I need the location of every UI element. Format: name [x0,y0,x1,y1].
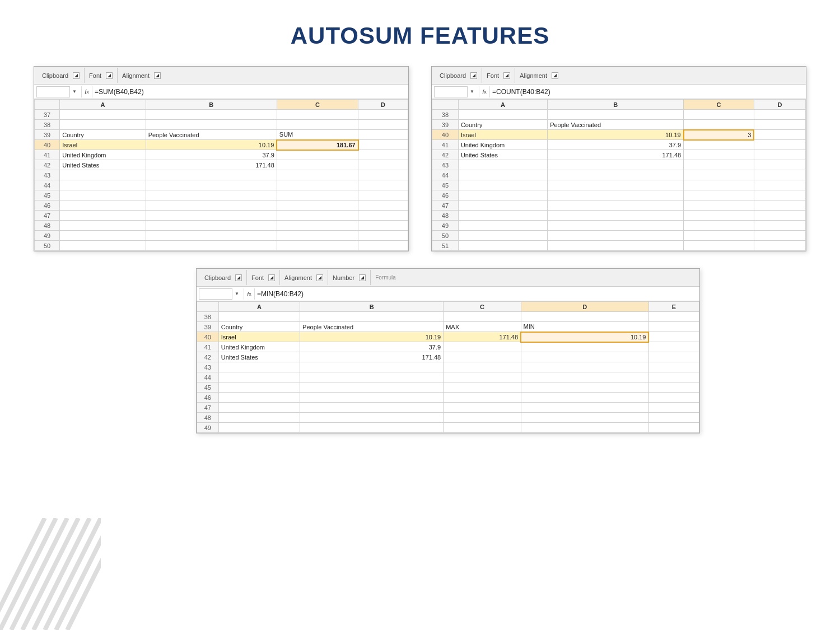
formula-text-p2: =COUNT(B40:B42) [492,88,804,96]
font-expand-p1[interactable]: ◢ [106,72,113,79]
ribbon-panel3: Clipboard ◢ Font ◢ Alignment ◢ Number ◢ [197,269,699,287]
table-row: 44 [432,170,806,180]
table-row: 37 [35,110,408,120]
col-header-C-p3[interactable]: C [444,302,521,312]
table-row-highlight: 40 Israel 10.19 171.48 10.19 [197,332,699,342]
table-row: 47 [197,403,699,413]
table-row: 47 [432,200,806,211]
bottom-row: Clipboard ◢ Font ◢ Alignment ◢ Number ◢ [62,268,834,433]
clipboard-label-p2: Clipboard [440,72,466,79]
alignment-group-p2: Alignment ◢ [515,68,563,83]
col-header-D-p2[interactable]: D [754,100,805,110]
alignment-expand-p2[interactable]: ◢ [552,72,558,79]
alignment-group-p1: Alignment ◢ [118,68,165,83]
table-row: 42 United States 171.48 [197,352,699,362]
alignment-expand-p3[interactable]: ◢ [316,274,323,281]
table-row-highlight: 40 Israel 10.19 3 [432,130,806,140]
grid-table-p1: A B C D 37 [34,99,408,251]
table-row: 49 [197,423,699,433]
table-row: 41 United Kingdom 37.9 [432,140,806,150]
alignment-group-p3: Alignment ◢ [280,270,328,285]
col-header-B-p1[interactable]: B [146,100,277,110]
ribbon-panel2: Clipboard ◢ Font ◢ Alignment ◢ [432,67,806,85]
number-expand-p3[interactable]: ◢ [359,274,366,281]
table-row: 43 [432,160,806,170]
grid-p2: A B C D 38 39 [432,99,806,251]
font-label-p3: Font [251,274,264,281]
table-row: 42 United States 171.48 [432,150,806,160]
page-title: AUTOSUM FEATURES [0,0,840,66]
font-expand-p2[interactable]: ◢ [503,72,510,79]
ribbon-panel1: Clipboard ◢ Font ◢ Alignment ◢ [34,67,408,85]
top-row: Clipboard ◢ Font ◢ Alignment ◢ C40 ▼ [34,66,806,251]
table-row: 51 [432,241,806,251]
col-header-D-p1[interactable]: D [358,100,408,110]
col-header-B-p2[interactable]: B [548,100,684,110]
table-row: 43 [197,362,699,372]
grid-table-p2: A B C D 38 39 [432,99,806,251]
table-row: 46 [35,200,408,211]
table-row: 47 [35,211,408,221]
table-row: 39 Country People Vaccinated [432,120,806,130]
font-label-p2: Font [487,72,499,79]
alignment-label-p2: Alignment [520,72,547,79]
col-header-E-p3[interactable]: E [648,302,699,312]
table-row: 42 United States 171.48 [35,160,408,170]
formula-text-p1: =SUM(B40,B42) [95,88,406,96]
table-row: 49 [35,231,408,241]
table-row: 38 [432,110,806,120]
font-expand-p3[interactable]: ◢ [268,274,275,281]
clipboard-label-p3: Clipboard [204,274,231,281]
panel-count: Clipboard ◢ Font ◢ Alignment ◢ C40 ▼ [431,66,806,251]
table-row: 49 [432,221,806,231]
grid-p3: A B C D E 38 [197,301,699,433]
cell-ref-dropdown-p1[interactable]: ▼ [72,89,79,94]
fx-icon-p2: fx [479,86,490,97]
clipboard-group-p1: Clipboard ◢ [38,68,85,83]
table-row: 43 [35,170,408,180]
cell-ref-p1[interactable]: C40 [36,86,70,97]
table-row: 50 [35,241,408,251]
clipboard-expand-p3[interactable]: ◢ [235,274,242,281]
clipboard-expand-p2[interactable]: ◢ [470,72,477,79]
table-row: 39 Country People Vaccinated MAX MIN [197,322,699,332]
col-header-D-p3[interactable]: D [521,302,648,312]
col-header-B-p3[interactable]: B [300,302,444,312]
col-header-A-p1[interactable]: A [60,100,146,110]
table-row: 41 United Kingdom 37.9 [35,150,408,160]
clipboard-expand-p1[interactable]: ◢ [73,72,80,79]
alignment-label-p1: Alignment [122,72,150,79]
table-row: 38 [197,312,699,322]
table-row: 44 [35,180,408,190]
formula-group-p3: Formula [371,270,400,285]
table-row: 38 [35,120,408,130]
table-row: 44 [197,372,699,382]
grid-p1: A B C D 37 [34,99,408,251]
fx-icon-p1: fx [81,86,92,97]
formula-bar-p2: C40 ▼ fx =COUNT(B40:B42) [432,85,806,99]
alignment-expand-p1[interactable]: ◢ [154,72,161,79]
col-header-C-p2[interactable]: C [684,100,754,110]
panel-min: Clipboard ◢ Font ◢ Alignment ◢ Number ◢ [196,268,700,433]
col-header-A-p2[interactable]: A [458,100,547,110]
col-header-C-p1[interactable]: C [277,100,358,110]
svg-line-5 [45,518,101,630]
formula-bar-p1: C40 ▼ fx =SUM(B40,B42) [34,85,408,99]
table-row: 46 [432,190,806,200]
cell-ref-p2[interactable]: C40 [434,86,468,97]
diagonal-decoration [0,518,101,630]
font-label-p1: Font [89,72,101,79]
clipboard-label-p1: Clipboard [42,72,68,79]
table-row: 45 [432,180,806,190]
cell-ref-dropdown-p3[interactable]: ▼ [235,291,241,296]
font-group-p3: Font ◢ [247,270,280,285]
formula-label-p3: Formula [375,274,396,281]
cell-ref-dropdown-p2[interactable]: ▼ [470,89,477,94]
font-group-p2: Font ◢ [482,68,515,83]
table-row-highlight: 40 Israel 10.19 181.67 [35,140,408,150]
formula-text-p3: =MIN(B40:B42) [257,290,697,298]
col-header-A-p3[interactable]: A [218,302,300,312]
fx-icon-p3: fx [244,288,255,300]
cell-ref-p3[interactable]: D40 [199,288,232,300]
svg-line-1 [0,518,56,630]
